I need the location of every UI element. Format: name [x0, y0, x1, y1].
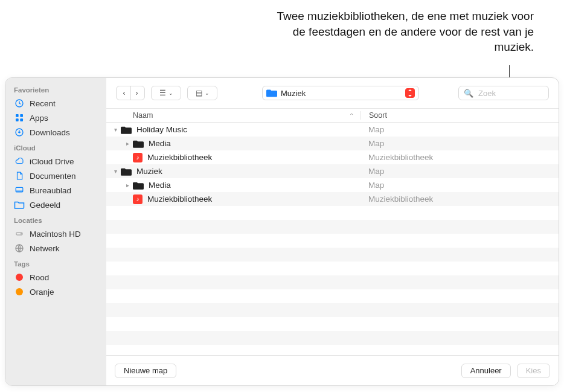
grid-group-icon: ▤ [196, 89, 202, 97]
chevron-right-icon: › [136, 89, 138, 97]
cloud-icon [14, 156, 25, 167]
file-name-label: Muziek [136, 167, 162, 176]
nav-forward-button[interactable]: › [130, 86, 143, 100]
sidebar-item[interactable]: Oranje [5, 284, 106, 299]
empty-row [106, 206, 559, 220]
folder-icon [133, 140, 144, 148]
view-list-button[interactable]: ☰ ⌄ [151, 86, 181, 100]
sidebar-item[interactable]: Macintosh HD [5, 227, 106, 241]
column-header-name[interactable]: Naam ⌃ [106, 111, 360, 120]
file-kind-cell: Map [360, 139, 559, 148]
file-name-label: Holiday Music [136, 125, 187, 134]
location-label: Muziek [281, 89, 402, 98]
file-name-cell: Muziekbibliotheek [106, 194, 360, 204]
folder-icon [121, 126, 132, 134]
choose-button[interactable]: Kies [517, 364, 550, 378]
search-icon: 🔍 [464, 89, 473, 98]
cancel-button[interactable]: Annuleer [461, 364, 511, 378]
empty-row [106, 303, 559, 317]
search-input[interactable] [477, 88, 543, 98]
empty-row [106, 275, 559, 289]
column-header-row: Naam ⌃ Soort [106, 108, 559, 123]
sidebar-item[interactable]: Netwerk [5, 241, 106, 255]
svg-rect-6 [16, 187, 23, 192]
file-row[interactable]: ▸MediaMap [106, 137, 559, 150]
shared-folder-icon [14, 199, 25, 210]
sidebar-item[interactable]: iCloud Drive [5, 154, 106, 169]
file-kind-cell: Map [360, 167, 559, 176]
column-header-kind[interactable]: Soort [360, 111, 559, 120]
sidebar-item-label: Documenten [30, 172, 76, 181]
disclosure-triangle-icon[interactable]: ▸ [124, 141, 130, 147]
empty-row [106, 220, 559, 234]
music-library-icon [133, 194, 143, 204]
sidebar-item[interactable]: Recent [5, 96, 106, 111]
file-name-label: Muziekbibliotheek [147, 194, 212, 204]
file-name-label: Media [149, 181, 171, 190]
folder-icon [266, 89, 277, 97]
disclosure-triangle-icon[interactable]: ▾ [112, 169, 118, 175]
svg-point-8 [21, 234, 22, 234]
nav-back-button[interactable]: ‹ [118, 86, 130, 100]
sidebar-item[interactable]: Apps [5, 111, 106, 125]
globe-icon [14, 243, 25, 254]
sidebar-item-label: Recent [30, 99, 56, 108]
chevron-down-icon: ⌄ [168, 90, 173, 96]
disclosure-triangle-icon[interactable]: ▸ [124, 182, 130, 188]
folder-icon [121, 167, 132, 176]
file-name-label: Muziekbibliotheek [147, 153, 212, 162]
file-row[interactable]: MuziekbibliotheekMuziekbibliotheek [106, 150, 559, 164]
nav-back-forward[interactable]: ‹ › [116, 86, 145, 100]
file-name-cell: ▾Holiday Music [106, 125, 360, 134]
folder-icon [133, 181, 144, 190]
toolbar: ‹ › ☰ ⌄ ▤ ⌄ Muziek 🔍 [106, 78, 559, 108]
document-icon [14, 170, 25, 181]
empty-row [106, 289, 559, 303]
file-row[interactable]: ▸MediaMap [106, 178, 559, 192]
file-list[interactable]: ▾Holiday MusicMap▸MediaMapMuziekbiblioth… [106, 123, 559, 355]
sidebar-item-label: Oranje [30, 288, 54, 297]
empty-row [106, 234, 559, 248]
sidebar-item-label: Netwerk [30, 244, 60, 253]
search-field[interactable]: 🔍 [458, 86, 549, 100]
desktop-icon [14, 185, 25, 196]
sidebar-item[interactable]: Rood [5, 270, 106, 284]
chevron-down-icon: ⌄ [205, 90, 210, 96]
group-by-button[interactable]: ▤ ⌄ [187, 86, 217, 100]
column-header-name-label: Naam [133, 111, 153, 120]
disclosure-triangle-icon[interactable]: ▾ [112, 127, 118, 133]
file-kind-cell: Muziekbibliotheek [360, 153, 559, 162]
empty-row [106, 331, 559, 345]
sidebar-item[interactable]: Documenten [5, 169, 106, 183]
sidebar-item[interactable]: Bureaublad [5, 183, 106, 198]
column-header-kind-label: Soort [369, 111, 387, 120]
file-row[interactable]: ▾Holiday MusicMap [106, 123, 559, 137]
sidebar-item-label: iCloud Drive [30, 157, 74, 166]
disclosure-triangle-icon [124, 155, 130, 161]
clock-icon [14, 98, 25, 109]
svg-rect-1 [16, 114, 19, 117]
sidebar-item[interactable]: Gedeeld [5, 198, 106, 212]
sidebar-item-label: Gedeeld [30, 201, 60, 210]
file-row[interactable]: MuziekbibliotheekMuziekbibliotheek [106, 192, 559, 206]
music-library-icon [133, 153, 143, 162]
tag-dot [14, 272, 25, 283]
disclosure-triangle-icon [124, 196, 130, 202]
file-row[interactable]: ▾MuziekMap [106, 164, 559, 178]
file-kind-cell: Muziekbibliotheek [360, 194, 559, 204]
sidebar-section-title: Tags [5, 255, 106, 270]
sidebar-item-label: Downloads [30, 128, 70, 137]
file-name-cell: ▾Muziek [106, 167, 360, 176]
choose-label: Kies [526, 366, 541, 375]
file-name-cell: ▸Media [106, 181, 360, 190]
location-popup[interactable]: Muziek [262, 86, 419, 100]
annotation-text: Twee muziekbibliotheken, de ene met muzi… [262, 8, 534, 55]
file-name-cell: Muziekbibliotheek [106, 153, 360, 162]
sidebar-item-label: Macintosh HD [30, 230, 81, 239]
sidebar-item[interactable]: Downloads [5, 125, 106, 140]
new-folder-button[interactable]: Nieuwe map [115, 364, 176, 378]
file-name-cell: ▸Media [106, 139, 360, 148]
new-folder-label: Nieuwe map [124, 366, 167, 375]
empty-row [106, 317, 559, 331]
finder-open-panel: FavorietenRecentAppsDownloadsiCloudiClou… [5, 77, 559, 386]
